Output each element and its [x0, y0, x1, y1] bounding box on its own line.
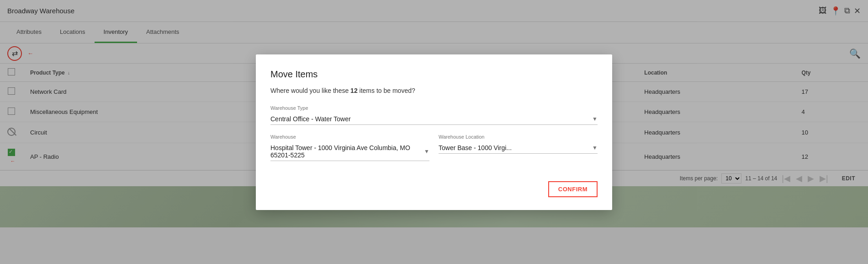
warehouse-type-select[interactable]: Central Office - Water Tower ▼: [270, 113, 598, 125]
modal-overlay: Move Items Where would you like these 12…: [0, 0, 868, 227]
modal-footer: CONFIRM: [270, 181, 598, 197]
move-items-modal: Move Items Where would you like these 12…: [256, 54, 612, 210]
warehouse-location-arrow-icon: ▼: [592, 145, 598, 151]
warehouse-type-arrow-icon: ▼: [592, 116, 598, 122]
warehouse-arrow-icon: ▼: [424, 148, 429, 155]
warehouse-location-select[interactable]: Tower Base - 1000 Virgi... ▼: [439, 141, 598, 154]
confirm-button[interactable]: CONFIRM: [548, 181, 598, 197]
warehouse-select[interactable]: Hospital Tower - 1000 Virginia Ave Colum…: [270, 141, 429, 161]
modal-title: Move Items: [270, 69, 598, 80]
warehouse-location-field: Warehouse Location Tower Base - 1000 Vir…: [439, 134, 598, 161]
warehouse-label: Warehouse: [270, 134, 429, 140]
warehouse-field: Warehouse Hospital Tower - 1000 Virginia…: [270, 134, 429, 161]
modal-subtitle: Where would you like these 12 items to b…: [270, 87, 598, 94]
warehouse-row: Warehouse Hospital Tower - 1000 Virginia…: [270, 134, 598, 170]
warehouse-type-label: Warehouse Type: [270, 105, 598, 111]
item-count: 12: [350, 87, 358, 94]
warehouse-location-label: Warehouse Location: [439, 134, 598, 140]
warehouse-type-field: Warehouse Type Central Office - Water To…: [270, 105, 598, 125]
